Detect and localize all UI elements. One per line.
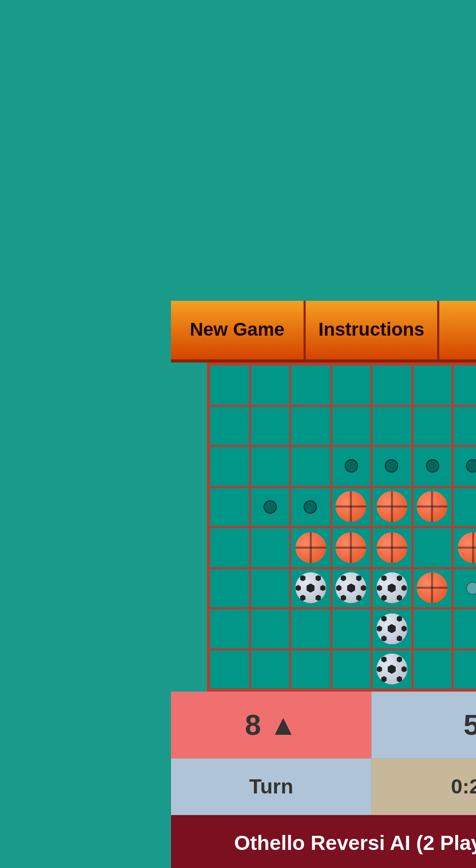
cell-3-1[interactable] [249, 486, 290, 527]
cell-6-1[interactable] [249, 608, 290, 649]
cell-0-3[interactable] [331, 364, 371, 405]
soccer-hex-pattern [401, 625, 407, 632]
cell-6-5[interactable] [412, 608, 452, 649]
cell-6-0[interactable] [209, 608, 249, 649]
soccer-hex-pattern [315, 575, 321, 581]
basketball-piece [295, 532, 326, 563]
cell-5-2[interactable] [290, 568, 331, 608]
new-game-button[interactable]: New Game [171, 301, 305, 359]
cell-1-4[interactable] [371, 405, 412, 445]
soccer-hex-pattern [381, 656, 387, 662]
cell-0-5[interactable] [412, 364, 452, 405]
cell-4-0[interactable] [209, 527, 249, 567]
soccer-hex-pattern [387, 664, 396, 673]
cell-3-4[interactable] [371, 486, 412, 527]
soccer-hex-pattern [401, 585, 407, 591]
cell-4-5[interactable] [412, 527, 452, 567]
soccer-hex-pattern [381, 676, 387, 682]
cell-0-0[interactable] [209, 364, 249, 405]
soccer-hex-pattern [315, 595, 321, 601]
cell-3-6[interactable] [453, 486, 476, 527]
cell-1-2[interactable] [290, 405, 331, 445]
cell-7-1[interactable] [249, 649, 290, 689]
cell-7-3[interactable] [331, 649, 371, 689]
cell-2-4[interactable] [371, 445, 412, 486]
cell-0-2[interactable] [290, 364, 331, 405]
cell-6-4[interactable] [371, 608, 412, 649]
soccer-hex-pattern [396, 635, 402, 641]
soccer-piece [295, 572, 326, 603]
cell-6-6[interactable] [453, 608, 476, 649]
turn-area: Turn 0:20 [171, 758, 476, 815]
cell-4-6[interactable] [453, 527, 476, 567]
cell-0-6[interactable] [453, 364, 476, 405]
soccer-hex-pattern [396, 575, 402, 581]
valid-move-indicator [385, 459, 398, 473]
cell-4-3[interactable] [331, 527, 371, 567]
soccer-piece [335, 572, 366, 603]
cell-1-5[interactable] [412, 405, 452, 445]
soccer-hex-pattern [356, 595, 362, 601]
soccer-hex-pattern [376, 666, 382, 672]
cell-3-3[interactable] [331, 486, 371, 527]
game-area [171, 362, 476, 691]
soccer-hex-pattern [376, 625, 382, 632]
app-title: Othello Reversi AI (2 Player) [234, 831, 476, 855]
soccer-hex-pattern [360, 585, 366, 591]
soccer-hex-pattern [387, 583, 396, 592]
soccer-hex-pattern [376, 585, 382, 591]
cell-6-2[interactable] [290, 608, 331, 649]
top-navigation: New Game Instructions About [171, 301, 476, 363]
instructions-button[interactable]: Instructions [305, 301, 439, 359]
cell-2-3[interactable] [331, 445, 371, 486]
cell-2-0[interactable] [209, 445, 249, 486]
soccer-hex-pattern [346, 583, 356, 592]
cell-1-1[interactable] [249, 405, 290, 445]
cell-7-4[interactable] [371, 649, 412, 689]
soccer-hex-pattern [320, 585, 326, 591]
cell-5-6[interactable] [453, 568, 476, 608]
cell-4-1[interactable] [249, 527, 290, 567]
soccer-hex-pattern [295, 585, 301, 591]
soccer-hex-pattern [340, 595, 346, 601]
cell-7-6[interactable] [453, 649, 476, 689]
cell-2-6[interactable] [453, 445, 476, 486]
cell-5-4[interactable] [371, 568, 412, 608]
cell-1-6[interactable] [453, 405, 476, 445]
soccer-piece [376, 572, 407, 603]
title-bar: Othello Reversi AI (2 Player) [171, 815, 476, 868]
cell-2-2[interactable] [290, 445, 331, 486]
cell-5-5[interactable] [412, 568, 452, 608]
valid-move-indicator [425, 459, 439, 473]
cell-3-5[interactable] [412, 486, 452, 527]
soccer-hex-pattern [381, 635, 387, 641]
cell-3-2[interactable] [290, 486, 331, 527]
cell-4-2[interactable] [290, 527, 331, 567]
soccer-hex-pattern [381, 595, 387, 601]
about-button[interactable]: About [439, 301, 476, 359]
game-board[interactable] [207, 362, 476, 691]
cell-1-0[interactable] [209, 405, 249, 445]
player2-score: 5 [371, 692, 476, 759]
valid-move-indicator [304, 500, 317, 513]
cell-5-0[interactable] [209, 568, 249, 608]
cell-2-5[interactable] [412, 445, 452, 486]
cell-1-3[interactable] [331, 405, 371, 445]
cell-6-3[interactable] [331, 608, 371, 649]
basketball-piece [417, 572, 448, 603]
cell-0-1[interactable] [249, 364, 290, 405]
cell-7-0[interactable] [209, 649, 249, 689]
cell-2-1[interactable] [249, 445, 290, 486]
valid-move-indicator [344, 459, 358, 473]
cell-7-5[interactable] [412, 649, 452, 689]
cell-4-4[interactable] [371, 527, 412, 567]
basketball-piece [376, 491, 407, 522]
cell-3-0[interactable] [209, 486, 249, 527]
app-container: New Game Instructions About 8 ▲ 5 Turn 0… [171, 301, 476, 868]
player1-score: 8 ▲ [171, 692, 372, 759]
cell-5-3[interactable] [331, 568, 371, 608]
cell-0-4[interactable] [371, 364, 412, 405]
cell-7-2[interactable] [290, 649, 331, 689]
soccer-hex-pattern [401, 666, 407, 672]
cell-5-1[interactable] [249, 568, 290, 608]
